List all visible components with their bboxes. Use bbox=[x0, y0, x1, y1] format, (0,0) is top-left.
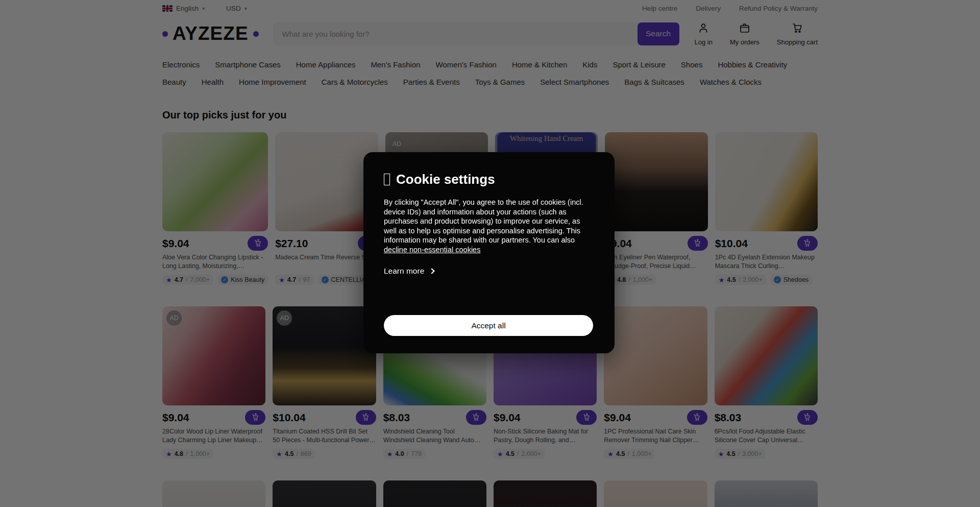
modal-body: By clicking "Accept All", you agree to t… bbox=[384, 198, 593, 254]
decline-cookies-link[interactable]: decline non-essential cookies bbox=[384, 246, 480, 254]
chevron-right-icon bbox=[429, 268, 435, 274]
learn-more-label: Learn more bbox=[384, 267, 424, 276]
modal-title: Cookie settings bbox=[384, 172, 593, 187]
accept-all-button[interactable]: Accept all bbox=[384, 315, 593, 336]
page: English ▾ USD ▾ Help centreDeliveryRefun… bbox=[0, 0, 980, 507]
learn-more-link[interactable]: Learn more bbox=[384, 267, 593, 276]
cookie-glyph-icon bbox=[384, 174, 390, 185]
modal-body-text: By clicking "Accept All", you agree to t… bbox=[384, 198, 583, 244]
modal-title-text: Cookie settings bbox=[396, 172, 495, 187]
cookie-settings-modal: Cookie settings By clicking "Accept All"… bbox=[363, 152, 615, 353]
